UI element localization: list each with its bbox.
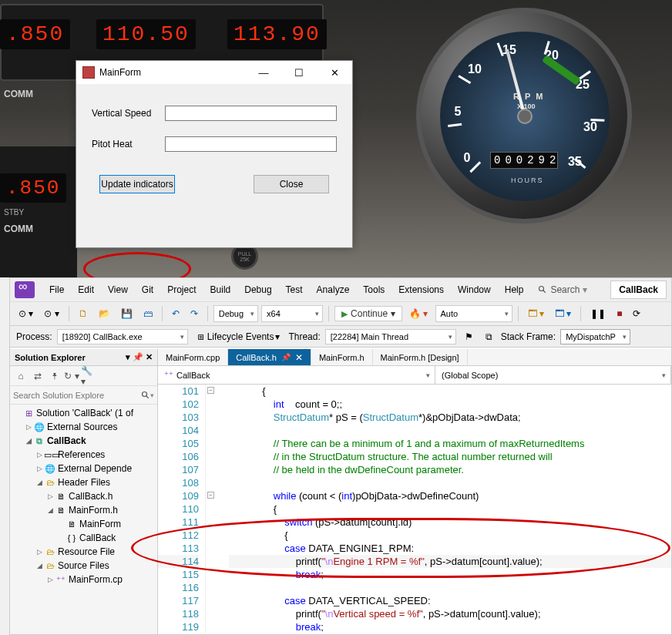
tb-saveall-icon[interactable]: 🗃 [139,306,156,321]
tb-open-icon[interactable]: 📂 [95,306,114,321]
tb-platform-dropdown[interactable]: x64 [261,305,323,322]
menu-test[interactable]: Test [279,281,310,298]
lifecycle-button[interactable]: 🗉 Lifecycle Events ▾ [193,329,284,344]
vs-search[interactable]: Search ▾ [538,284,587,295]
solexp-sync-icon[interactable]: 🖈 [47,368,62,384]
menu-edit[interactable]: Edit [71,281,101,298]
solexp-close-icon[interactable]: ✕ [146,352,153,362]
led-display-4: .850 [0,173,66,203]
tb-nav-fwd[interactable]: ⊙ ▾ [40,306,62,321]
tb-redo-icon[interactable]: ↷ [186,306,202,321]
menu-build[interactable]: Build [203,281,238,298]
menu-debug[interactable]: Debug [237,281,278,298]
tab-pin-icon[interactable]: 📌 [281,353,291,361]
tab-mainform-h[interactable]: MainForm.h [311,349,373,365]
gauge-center [517,109,533,124]
solexp-wrench-icon[interactable]: 🔧 ▾ [81,368,96,384]
menu-help[interactable]: Help [498,281,531,298]
solexp-pin-icon[interactable]: 📌 [133,352,143,362]
tb-restart-icon[interactable]: ⟳ [629,306,644,321]
fold-icon[interactable]: − [207,387,214,394]
tree-references[interactable]: ▷▭▭References [10,448,157,462]
process-combo[interactable]: [18920] CallBack.exe [57,329,188,344]
minimize-button[interactable]: — [246,61,281,84]
tab-close-icon[interactable]: ✕ [295,352,303,363]
solexp-dropdown-icon[interactable]: ▾ [126,352,130,362]
gauge-hours-label: HOURS [511,176,544,184]
led-display-3: 113.90 [227,19,327,49]
flag-icon[interactable]: ⚑ [461,329,477,344]
tb-nav-back[interactable]: ⊙ ▾ [15,306,37,321]
tree-mainform-cpp[interactable]: ▷⁺⁺MainForm.cp [10,573,157,586]
vspeed-input[interactable] [165,106,337,121]
menu-tools[interactable]: Tools [356,281,391,298]
tb-continue-button[interactable]: ▶Continue ▾ [334,306,402,321]
vs-callback-indicator[interactable]: CallBack [610,281,667,299]
tree-callback-h[interactable]: ▷🗎CallBack.h [10,489,157,503]
tb-pause-icon[interactable]: ❚❚ [586,306,610,321]
tree-external-deps[interactable]: ▷🌐External Depende [10,462,157,475]
solexp-search-input[interactable] [13,391,141,400]
tree-solution[interactable]: ⊞Solution 'CallBack' (1 of [10,406,157,420]
threads-icon[interactable]: ⧉ [482,329,496,344]
tree-source-files[interactable]: ◢🗁Source Files [10,559,157,573]
tb-stop-icon[interactable]: ■ [613,306,626,321]
pitot-input[interactable] [165,136,337,152]
stack-label: Stack Frame: [501,331,556,342]
tb-box2-icon[interactable]: 🗔 ▾ [551,306,575,321]
fold-icon[interactable]: − [207,492,214,499]
tab-mainform-cpp[interactable]: MainForm.cpp [158,349,228,365]
vs-menubar: File Edit View Git Project Build Debug T… [10,278,671,301]
nav-member-combo[interactable]: (Global Scope) [435,366,671,384]
menu-extensions[interactable]: Extensions [391,281,451,298]
code-editor: MainForm.cpp CallBack.h📌✕ MainForm.h Mai… [158,349,671,634]
mainform-window: MainForm — ☐ ✕ Vertical Speed Pitot Heat… [76,60,353,248]
menu-analyze[interactable]: Analyze [310,281,357,298]
mainform-icon [82,66,95,79]
vspeed-label: Vertical Speed [92,108,165,119]
code-lines[interactable]: { int count = 0;; StructDatum* pS = (Str… [229,385,671,633]
maximize-button[interactable]: ☐ [281,61,317,84]
tree-resource-files[interactable]: ▷🗁Resource File [10,545,157,559]
menu-view[interactable]: View [101,281,135,298]
tree-header-files[interactable]: ◢🗁Header Files [10,475,157,489]
tb-new-icon[interactable]: 🗋 [75,306,92,321]
solexp-refresh-icon[interactable]: ↻ ▾ [64,368,79,384]
tb-undo-icon[interactable]: ↶ [168,306,183,321]
gauge-num-35: 35 [563,155,586,169]
menu-file[interactable]: File [42,281,71,298]
editor-nav: ⁺⁺CallBack (Global Scope) [158,366,671,385]
close-button[interactable]: ✕ [317,61,352,84]
tab-mainform-design[interactable]: MainForm.h [Design] [373,349,468,365]
tb-hot-reload-icon[interactable]: 🔥 ▾ [405,306,432,321]
tree-external-sources[interactable]: ▷🌐External Sources [10,420,157,434]
update-indicators-button[interactable]: Update indicators [99,175,175,193]
tab-callback-h[interactable]: CallBack.h📌✕ [228,349,311,365]
tree-mainform-h[interactable]: ◢🗎MainForm.h [10,503,157,517]
tree-callback-sub[interactable]: { }CallBack [10,531,157,545]
menu-window[interactable]: Window [451,281,498,298]
editor-tabs: MainForm.cpp CallBack.h📌✕ MainForm.h Mai… [158,349,671,366]
gauge-needle [506,49,526,117]
nav-scope-combo[interactable]: ⁺⁺CallBack [158,366,435,384]
vs-logo-icon [15,281,35,298]
menu-project[interactable]: Project [160,281,203,298]
solexp-title: Solution Explorer ▾ 📌 ✕ [10,349,157,366]
tb-config-dropdown[interactable]: Debug [213,305,258,322]
tree-mainform-sub[interactable]: 🗎MainForm [10,517,157,531]
solution-explorer: Solution Explorer ▾ 📌 ✕ ⌂ ⇄ 🖈 ↻ ▾ 🔧 ▾ ▾ … [10,349,158,634]
solexp-search-icon [141,391,150,400]
tb-save-icon[interactable]: 💾 [117,306,136,321]
tree-project-callback[interactable]: ◢⧉CallBack [10,434,157,448]
vs-toolbar: ⊙ ▾ ⊙ ▾ 🗋 📂 💾 🗃 ↶ ↷ Debug x64 ▶Continue … [10,301,671,326]
mainform-titlebar[interactable]: MainForm — ☐ ✕ [76,61,352,84]
tb-auto-dropdown[interactable]: Auto [435,305,512,322]
thread-combo[interactable]: [22284] Main Thread [325,329,456,344]
solexp-home-icon[interactable]: ⌂ [13,368,29,384]
close-form-button[interactable]: Close [254,175,329,193]
solexp-switch-icon[interactable]: ⇄ [30,368,45,384]
stack-combo[interactable]: MyDispatchP [560,329,630,344]
search-icon [538,285,547,294]
tb-box1-icon[interactable]: 🗔 ▾ [524,306,548,321]
menu-git[interactable]: Git [135,281,160,298]
